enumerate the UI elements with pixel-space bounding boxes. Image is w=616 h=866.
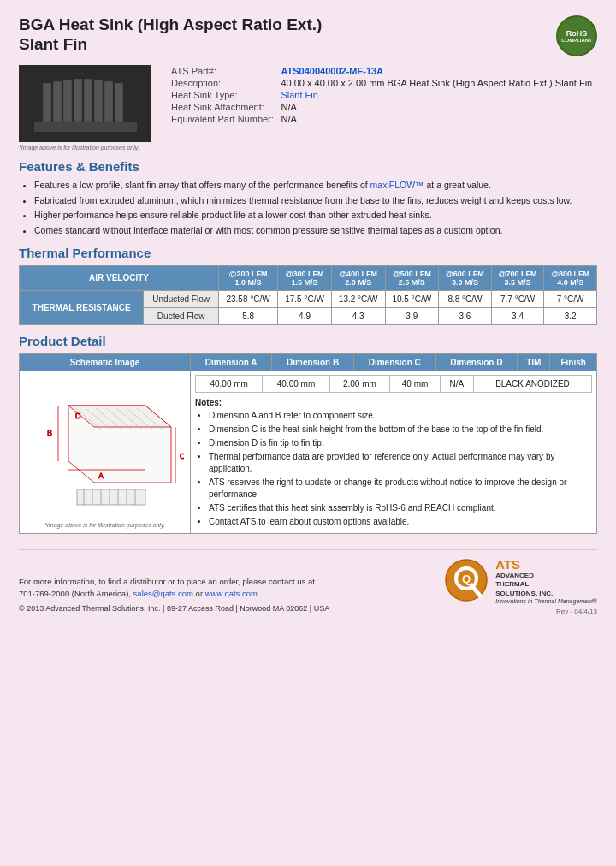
svg-marker-4 — [74, 79, 82, 122]
svg-marker-3 — [63, 80, 72, 122]
thermal-table: AIR VELOCITY @200 LFM1.0 M/S @300 LFM1.5… — [19, 265, 597, 325]
thermal-value: 8.8 °C/W — [439, 290, 492, 307]
svg-marker-9 — [26, 132, 145, 139]
dim-value: 2.00 mm — [329, 375, 389, 392]
thermal-value: 23.58 °C/W — [218, 290, 277, 307]
detail-info-table: ATS Part#: ATS040040002-MF-13A Descripti… — [168, 65, 597, 125]
rohs-badge: RoHS COMPLIANT — [556, 15, 597, 56]
schematic-caption: *Image above is for illustration purpose… — [24, 522, 186, 528]
flow-type-label: Unducted Flow — [144, 290, 219, 307]
thermal-value: 3.9 — [385, 307, 439, 324]
footer-email[interactable]: sales@qats.com — [133, 589, 193, 598]
page-title: BGA Heat Sink (High Aspect Ratio Ext.) S… — [19, 15, 322, 55]
features-list: Features a low profile, slant fin array … — [34, 179, 597, 237]
list-item: ATS certifies that this heat sink assemb… — [209, 502, 592, 514]
product-image-box: *Image above is for illustration purpose… — [19, 65, 156, 151]
attach-row: Heat Sink Attachment: N/A — [168, 101, 597, 113]
page: BGA Heat Sink (High Aspect Ratio Ext.) S… — [0, 0, 616, 624]
maxiflow-link[interactable]: maxiFLOW™ — [370, 180, 424, 190]
footer-copyright: © 2013 Advanced Thermal Solutions, Inc. … — [19, 603, 329, 615]
footer-website[interactable]: www.qats.com — [205, 589, 258, 598]
desc-row: Description: 40.00 x 40.00 x 2.00 mm BGA… — [168, 77, 597, 89]
ats-q-logo-svg: Q — [444, 558, 489, 602]
equiv-row: Equivalent Part Number: N/A — [168, 113, 597, 125]
flow-type-label: Ducted Flow — [144, 307, 219, 324]
dim-value: 40.00 mm — [196, 375, 263, 392]
list-item: Comes standard without interface materia… — [34, 224, 597, 237]
table-row: THERMAL RESISTANCEUnducted Flow23.58 °C/… — [20, 290, 597, 307]
features-title: Features & Benefits — [19, 159, 597, 174]
detail-col-header: Dimension B — [272, 353, 354, 371]
thermal-resistance-label: THERMAL RESISTANCE — [20, 290, 144, 324]
detail-col-header: Dimension D — [435, 353, 518, 371]
part-value: ATS040040002-MF-13A — [277, 65, 597, 77]
svg-text:Q: Q — [462, 572, 471, 585]
heatsink-illustration — [21, 66, 150, 141]
col-500lfm: @500 LFM2.5 M/S — [385, 265, 439, 290]
svg-rect-0 — [34, 122, 137, 132]
detail-col-header: Dimension A — [191, 353, 272, 371]
thermal-title: Thermal Performance — [19, 246, 597, 260]
list-item: Dimension C is the heat sink height from… — [209, 424, 592, 436]
svg-text:C: C — [180, 452, 184, 460]
list-item: Higher performance helps ensure reliable… — [34, 209, 597, 222]
detail-col-header: Dimension C — [353, 353, 435, 371]
type-row: Heat Sink Type: Slant Fin — [168, 89, 597, 101]
equiv-label: Equivalent Part Number: — [168, 113, 277, 125]
product-image — [19, 65, 151, 142]
svg-marker-2 — [53, 81, 62, 122]
thermal-value: 5.8 — [218, 307, 277, 324]
schematic-svg: A B C D — [26, 380, 184, 517]
table-row: 40.00 mm40.00 mm2.00 mm40 mmN/ABLACK ANO… — [196, 375, 592, 392]
detail-col-header: Schematic Image — [20, 353, 191, 371]
dim-value: 40 mm — [390, 375, 441, 392]
equiv-value: N/A — [277, 113, 597, 125]
col-200lfm: @200 LFM1.0 M/S — [218, 265, 277, 290]
col-800lfm: @800 LFM4.0 M/S — [544, 265, 597, 290]
svg-marker-1 — [43, 83, 51, 122]
part-row: ATS Part#: ATS040040002-MF-13A — [168, 65, 597, 77]
ats-logo-box: Q ATS ADVANCED THERMAL SOLUTIONS, INC. I… — [444, 557, 597, 604]
footer-contact: For more information, to find a distribu… — [19, 576, 329, 601]
part-label: ATS Part#: — [168, 65, 277, 77]
footer-section: For more information, to find a distribu… — [19, 549, 597, 615]
thermal-value: 3.2 — [544, 307, 597, 324]
col-400lfm: @400 LFM2.0 M/S — [331, 265, 385, 290]
svg-text:A: A — [98, 472, 104, 480]
detail-header-row: Schematic ImageDimension ADimension BDim… — [20, 353, 597, 371]
thermal-value: 3.4 — [491, 307, 544, 324]
product-info-section: *Image above is for illustration purpose… — [19, 65, 597, 151]
col-600lfm: @600 LFM3.0 M/S — [439, 265, 492, 290]
list-item: Dimension D is fin tip to fin tip. — [209, 437, 592, 449]
schematic-image-cell: A B C D — [20, 371, 191, 533]
dim-data-cell: 40.00 mm40.00 mm2.00 mm40 mmN/ABLACK ANO… — [191, 371, 597, 533]
svg-text:B: B — [47, 429, 52, 437]
page-number: Rev - 04/4/13 — [444, 608, 597, 615]
list-item: Features a low profile, slant fin array … — [34, 179, 597, 192]
thermal-value: 17.5 °C/W — [278, 290, 332, 307]
svg-marker-5 — [84, 79, 92, 122]
ats-full-name: ADVANCED THERMAL SOLUTIONS, INC. — [495, 572, 597, 598]
footer-left: For more information, to find a distribu… — [19, 576, 329, 615]
list-item: Contact ATS to learn about custom option… — [209, 516, 592, 528]
thermal-value: 7.7 °C/W — [491, 290, 544, 307]
thermal-value: 13.2 °C/W — [331, 290, 385, 307]
dim-value: N/A — [440, 375, 473, 392]
product-detail-title: Product Detail — [19, 334, 597, 348]
list-item: Dimension A and B refer to component siz… — [209, 410, 592, 422]
notes-section: Notes: Dimension A and B refer to compon… — [195, 398, 592, 528]
title-block: BGA Heat Sink (High Aspect Ratio Ext.) S… — [19, 15, 322, 55]
image-caption: *Image above is for illustration purpose… — [19, 145, 156, 151]
thermal-value: 10.5 °C/W — [385, 290, 439, 307]
list-item: ATS reserves the right to update or chan… — [209, 477, 592, 501]
notes-list: Dimension A and B refer to component siz… — [209, 410, 592, 528]
desc-value: 40.00 x 40.00 x 2.00 mm BGA Heat Sink (H… — [277, 77, 597, 89]
thermal-header-row1: AIR VELOCITY @200 LFM1.0 M/S @300 LFM1.5… — [20, 265, 597, 290]
svg-marker-7 — [104, 81, 113, 122]
dim-values-table: 40.00 mm40.00 mm2.00 mm40 mmN/ABLACK ANO… — [195, 375, 592, 393]
attach-value: N/A — [277, 101, 597, 113]
notes-title: Notes: — [195, 398, 592, 407]
svg-marker-8 — [115, 83, 123, 122]
svg-text:D: D — [75, 412, 81, 420]
list-item: Fabricated from extruded aluminum, which… — [34, 194, 597, 207]
